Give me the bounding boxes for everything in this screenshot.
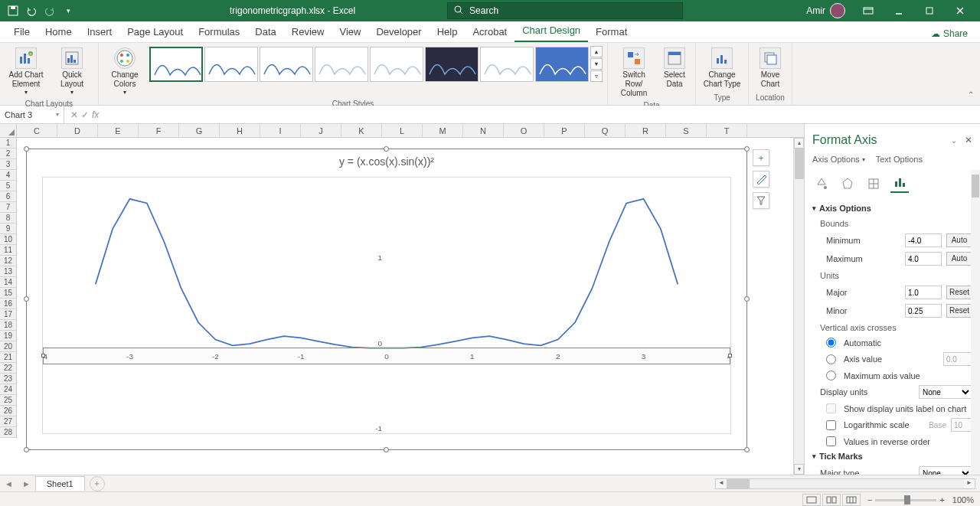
row-header[interactable]: 17 [0,309,17,320]
major-reset-button[interactable]: Reset [946,286,972,299]
undo-icon[interactable] [23,2,40,19]
minimum-input[interactable] [905,233,942,247]
quick-layout-button[interactable]: Quick Layout ▾ [51,46,93,98]
search-box[interactable] [447,2,683,19]
chart-style-1[interactable] [149,47,203,82]
tab-acrobat[interactable]: Acrobat [465,21,514,42]
collapse-ribbon-icon[interactable]: ⌃ [968,90,974,99]
column-header[interactable]: M [423,124,463,137]
tab-formulas[interactable]: Formulas [191,21,247,42]
chart-title[interactable]: y = (x.cos(x).sin(x))² [27,149,746,174]
row-header[interactable]: 1 [0,138,17,149]
axis-options-icon[interactable] [890,175,909,193]
row-header[interactable]: 22 [0,363,17,374]
sheet-nav-next[interactable]: ► [18,479,35,488]
chart-style-3[interactable] [260,47,313,82]
resize-handle-nw[interactable] [24,146,29,152]
column-header[interactable]: F [139,124,179,137]
column-header[interactable]: C [17,124,57,137]
section-tick-marks[interactable]: Tick Marks [812,449,972,464]
scroll-down-icon[interactable]: ▾ [794,464,804,475]
row-header[interactable]: 5 [0,181,17,191]
row-header[interactable]: 10 [0,234,17,245]
formula-input[interactable] [105,106,980,123]
max-axis-value-radio[interactable] [826,371,836,380]
row-header[interactable]: 4 [0,170,17,181]
chart-style-8[interactable] [535,47,589,82]
tab-file[interactable]: File [6,21,38,42]
zoom-out-icon[interactable]: − [867,495,872,504]
row-header[interactable]: 2 [0,149,17,159]
axis-options-tab[interactable]: Axis Options ▾ [812,155,865,164]
pane-scrollbar[interactable] [971,170,980,475]
hscroll-right-icon[interactable]: ► [964,479,975,488]
row-header[interactable]: 11 [0,245,17,256]
chart-filters-button[interactable] [753,192,769,209]
minimum-auto-button[interactable]: Auto [946,233,972,247]
sheet-nav-prev[interactable]: ◄ [0,479,18,488]
row-header[interactable]: 21 [0,352,17,363]
reverse-order-checkbox[interactable] [826,436,836,446]
add-sheet-button[interactable]: ＋ [90,476,105,491]
effects-icon[interactable] [838,175,857,193]
row-header[interactable]: 3 [0,159,17,170]
share-button[interactable]: ☁Share [925,25,974,42]
column-header[interactable]: P [544,124,585,137]
row-header[interactable]: 16 [0,299,17,309]
minor-reset-button[interactable]: Reset [946,304,972,318]
row-header[interactable]: 8 [0,213,17,224]
text-options-tab[interactable]: Text Options [876,155,923,164]
cancel-formula-icon[interactable]: ✕ [70,109,78,120]
size-properties-icon[interactable] [864,175,883,193]
column-header[interactable]: E [98,124,139,137]
select-data-button[interactable]: Select Data [658,46,691,90]
section-axis-options[interactable]: Axis Options [812,201,972,216]
chart-object[interactable]: y = (x.cos(x).sin(x))² -1012-4-3-2-10123… [26,149,747,450]
enter-formula-icon[interactable]: ✓ [81,109,89,120]
column-header[interactable]: J [301,124,341,137]
column-header[interactable]: K [341,124,382,137]
row-header[interactable]: 18 [0,320,17,331]
maximum-auto-button[interactable]: Auto [946,252,972,266]
zoom-level[interactable]: 100% [952,495,974,504]
column-header[interactable]: T [707,124,747,137]
user-account[interactable]: Amir [806,3,845,18]
row-header[interactable]: 12 [0,256,17,266]
sheet-tab-1[interactable]: Sheet1 [35,476,85,491]
column-header[interactable]: G [179,124,220,137]
row-header[interactable]: 20 [0,341,17,352]
resize-handle-s[interactable] [384,447,389,452]
log-scale-checkbox[interactable] [826,420,836,430]
row-header[interactable]: 28 [0,427,17,438]
row-header[interactable]: 26 [0,406,17,416]
close-icon[interactable] [945,0,975,21]
switch-row-column-button[interactable]: Switch Row/ Column [612,46,655,100]
search-input[interactable] [469,5,676,16]
tab-view[interactable]: View [332,21,368,42]
tab-page-layout[interactable]: Page Layout [119,21,191,42]
select-all-button[interactable] [0,124,17,137]
row-header[interactable]: 23 [0,374,17,384]
column-header[interactable]: S [666,124,707,137]
row-header[interactable]: 7 [0,202,17,213]
tab-review[interactable]: Review [284,21,332,42]
maximum-input[interactable] [905,252,942,266]
styles-scroll-up[interactable]: ▴ [590,46,603,57]
save-icon[interactable] [5,2,21,19]
styles-more[interactable]: ▿ [590,70,603,82]
chart-style-4[interactable] [315,47,368,82]
automatic-radio[interactable] [826,338,836,348]
customize-qa-icon[interactable]: ▾ [60,2,77,19]
row-header[interactable]: 19 [0,331,17,341]
horizontal-scrollbar[interactable]: ◄ ► [715,478,975,489]
chart-style-7[interactable] [480,47,534,82]
tab-data[interactable]: Data [247,21,283,42]
chart-style-6[interactable] [425,47,479,82]
row-header[interactable]: 15 [0,288,17,299]
tab-chart-design[interactable]: Chart Design [514,20,588,42]
ribbon-display-icon[interactable] [853,0,884,21]
change-chart-type-button[interactable]: Change Chart Type [701,46,743,90]
x-axis-selection[interactable] [43,348,730,364]
tab-developer[interactable]: Developer [368,21,429,42]
page-layout-view-icon[interactable] [822,494,841,506]
